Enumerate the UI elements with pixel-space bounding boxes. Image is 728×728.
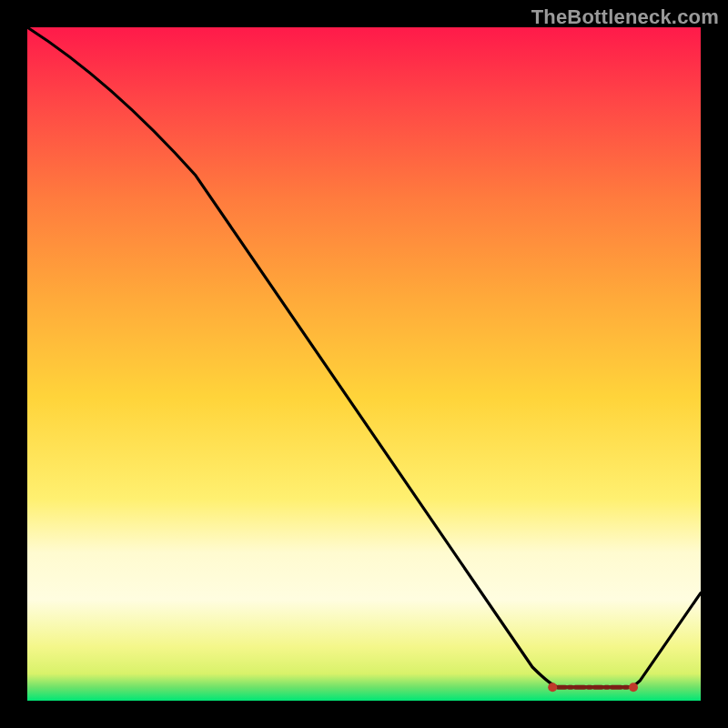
plot-background <box>27 27 701 701</box>
svg-point-1 <box>548 682 557 692</box>
svg-point-2 <box>629 682 638 692</box>
bottleneck-chart <box>0 0 728 728</box>
